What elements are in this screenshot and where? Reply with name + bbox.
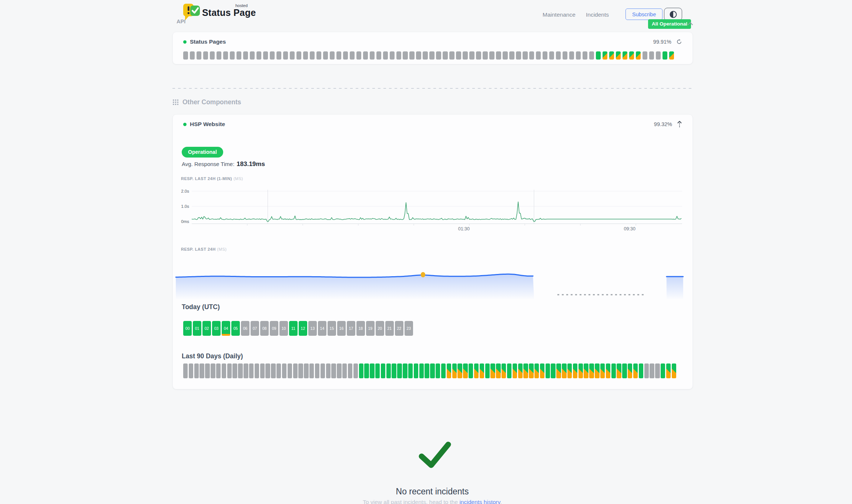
uptime-bar[interactable] (436, 51, 441, 60)
uptime-bar[interactable] (396, 51, 401, 60)
uptime-bar[interactable] (403, 51, 407, 60)
uptime-bar[interactable] (656, 51, 661, 60)
uptime-bar[interactable] (669, 51, 674, 60)
uptime-bar[interactable] (569, 51, 574, 60)
hour-block-06[interactable]: 06 (241, 321, 249, 336)
uptime-bar[interactable] (336, 51, 341, 60)
hour-block-22[interactable]: 22 (395, 321, 403, 336)
uptime-bar[interactable] (265, 363, 270, 378)
uptime-bar[interactable] (543, 51, 547, 60)
uptime-bar[interactable] (609, 51, 614, 60)
uptime-bar[interactable] (363, 51, 368, 60)
uptime-bar[interactable] (639, 363, 643, 378)
response-time-area-chart[interactable] (173, 255, 692, 300)
uptime-bar[interactable] (392, 363, 396, 378)
uptime-bar[interactable] (595, 363, 599, 378)
uptime-bar[interactable] (425, 363, 429, 378)
uptime-bar[interactable] (223, 51, 228, 60)
uptime-bar[interactable] (441, 363, 446, 378)
hour-block-14[interactable]: 14 (318, 321, 326, 336)
uptime-bar[interactable] (617, 363, 621, 378)
uptime-bar[interactable] (227, 363, 232, 378)
uptime-bar[interactable] (244, 363, 248, 378)
response-time-line-chart[interactable]: 2.0s1.0s0ms01:3009:30 (174, 185, 685, 233)
hour-block-08[interactable]: 08 (260, 321, 269, 336)
uptime-bar[interactable] (633, 363, 638, 378)
uptime-bar[interactable] (255, 363, 259, 378)
uptime-bar[interactable] (423, 51, 427, 60)
uptime-bar[interactable] (490, 363, 495, 378)
uptime-bar[interactable] (628, 363, 632, 378)
uptime-bar[interactable] (353, 363, 358, 378)
uptime-bar[interactable] (436, 363, 440, 378)
uptime-bar[interactable] (330, 51, 335, 60)
uptime-bar[interactable] (197, 51, 201, 60)
uptime-bar[interactable] (655, 363, 660, 378)
uptime-bar[interactable] (430, 363, 435, 378)
uptime-bar[interactable] (449, 51, 454, 60)
uptime-bar[interactable] (408, 363, 413, 378)
arrow-up-dashed-icon[interactable] (677, 121, 682, 128)
uptime-bar[interactable] (250, 51, 255, 60)
uptime-bar[interactable] (323, 51, 328, 60)
uptime-bar[interactable] (623, 51, 627, 60)
uptime-bar[interactable] (414, 363, 418, 378)
uptime-bar[interactable] (516, 51, 521, 60)
uptime-bar[interactable] (316, 51, 321, 60)
uptime-bar[interactable] (469, 363, 473, 378)
uptime-bar[interactable] (232, 363, 237, 378)
uptime-bar[interactable] (480, 363, 484, 378)
uptime-bar[interactable] (230, 51, 235, 60)
hour-block-17[interactable]: 17 (347, 321, 355, 336)
uptime-bar[interactable] (573, 363, 577, 378)
uptime-bar[interactable] (403, 363, 407, 378)
uptime-bar[interactable] (375, 363, 380, 378)
uptime-bar[interactable] (485, 363, 490, 378)
hour-block-00[interactable]: 00 (183, 321, 192, 336)
brand-name[interactable]: Status Page (202, 7, 256, 18)
uptime-bar[interactable] (337, 363, 341, 378)
uptime-bar[interactable] (359, 363, 363, 378)
uptime-bar[interactable] (463, 51, 467, 60)
uptime-bar[interactable] (503, 51, 507, 60)
uptime-bar[interactable] (276, 363, 281, 378)
uptime-bar[interactable] (190, 51, 195, 60)
hour-block-16[interactable]: 16 (337, 321, 346, 336)
uptime-bar[interactable] (644, 363, 649, 378)
uptime-bar[interactable] (616, 51, 621, 60)
uptime-bar[interactable] (469, 51, 474, 60)
uptime-bar[interactable] (203, 51, 208, 60)
uptime-bar[interactable] (672, 363, 676, 378)
uptime-bar[interactable] (476, 51, 481, 60)
uptime-bar[interactable] (529, 363, 533, 378)
uptime-bar[interactable] (293, 363, 298, 378)
uptime-bar[interactable] (600, 363, 605, 378)
uptime-bar[interactable] (243, 51, 248, 60)
uptime-bar[interactable] (270, 51, 275, 60)
hour-block-18[interactable]: 18 (356, 321, 365, 336)
uptime-bar[interactable] (303, 51, 308, 60)
hour-block-13[interactable]: 13 (308, 321, 317, 336)
uptime-bar[interactable] (606, 363, 610, 378)
uptime-bar[interactable] (663, 51, 667, 60)
uptime-bar[interactable] (529, 51, 534, 60)
uptime-bar[interactable] (456, 51, 461, 60)
uptime-bar[interactable] (283, 51, 288, 60)
uptime-bar[interactable] (563, 51, 567, 60)
hour-block-09[interactable]: 09 (270, 321, 278, 336)
hour-block-05[interactable]: 05 (231, 321, 240, 336)
uptime-bar[interactable] (376, 51, 381, 60)
uptime-bar[interactable] (276, 51, 281, 60)
hour-block-01[interactable]: 01 (193, 321, 201, 336)
uptime-bar[interactable] (452, 363, 457, 378)
uptime-bar[interactable] (489, 51, 494, 60)
uptime-bar[interactable] (483, 51, 487, 60)
uptime-bar[interactable] (260, 363, 265, 378)
uptime-bar[interactable] (474, 363, 479, 378)
uptime-bar[interactable] (364, 363, 369, 378)
uptime-bar[interactable] (513, 363, 517, 378)
hour-block-12[interactable]: 12 (299, 321, 307, 336)
uptime-bar[interactable] (584, 363, 588, 378)
uptime-bar[interactable] (343, 51, 348, 60)
uptime-bar[interactable] (523, 363, 528, 378)
